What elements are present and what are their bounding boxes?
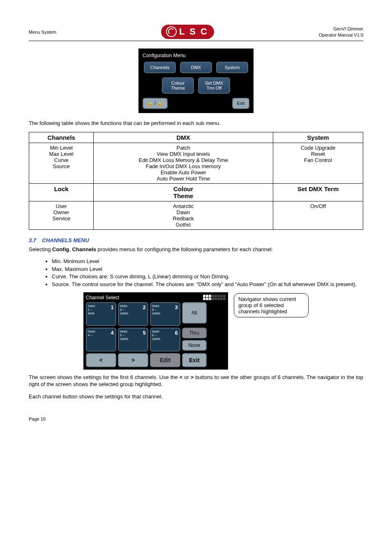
td-system: Code Upgrade Reset Fan Control: [273, 143, 363, 183]
t3-dmx: DMX:: [152, 304, 160, 308]
system-button[interactable]: System: [216, 62, 248, 73]
td-colour-theme: Antarctic Dawn Redback Gothic: [94, 201, 273, 229]
t1-dmx: DMX:: [88, 304, 96, 308]
td-dmx: Patch View DMX Input levels Edit DMX Los…: [94, 143, 273, 183]
section-title: CHANNELS MENU: [42, 237, 89, 243]
colour-theme-button[interactable]: Colour Theme: [162, 77, 194, 94]
logo-text: L S C: [179, 26, 208, 37]
t1-pct: 90%: [88, 312, 95, 315]
header-right: GenVI Dimmer Operator Manual V1.0: [319, 26, 363, 38]
t6-dmx: DMX:: [152, 330, 160, 333]
thru-button[interactable]: Thru: [182, 328, 207, 338]
all-button[interactable]: All: [182, 302, 207, 324]
td-channels: Min Level Max Level Curve Source: [29, 143, 94, 183]
t6-num: 6: [175, 330, 178, 336]
bullet-min: Min. Minimum Level: [52, 258, 363, 265]
p2d: Channels: [72, 246, 96, 252]
bullet-max: Max. Maximum Level: [52, 266, 363, 273]
section-heading: 3.7 CHANNELS MENU: [29, 237, 363, 243]
cfg-title: Configuration Menu: [143, 53, 249, 58]
t3-num: 3: [175, 304, 178, 310]
navigator-callout: Navigator shows current group of 6 selec…: [234, 293, 309, 317]
th-set-dmx-term: Set DMX Term: [273, 183, 363, 201]
lock-toggle-button[interactable]: 🔒 / 🔓: [143, 98, 168, 109]
t4-num: 4: [111, 330, 114, 336]
header-divider: [29, 41, 363, 41]
th-system: System: [273, 132, 363, 143]
ch-title: Channel Select: [86, 295, 119, 301]
bullet-curve: Curve. The choices are: S curve diming, …: [52, 273, 363, 280]
dmx-button[interactable]: DMX: [180, 62, 212, 73]
edit-button[interactable]: Edit: [150, 353, 180, 367]
t1-arrow: 1→: [88, 308, 93, 312]
t3-pct: 100%: [152, 312, 160, 315]
channels-button[interactable]: Channels: [144, 62, 176, 73]
header-right-line2: Operator Manual V1.0: [319, 32, 363, 38]
td-lock: User Owner Service: [29, 201, 94, 229]
configuration-menu: Configuration Menu Channels DMX System C…: [138, 49, 254, 113]
logo: L S C: [161, 25, 214, 39]
set-dmx-term-button[interactable]: Set DMX Trm Off: [198, 77, 230, 94]
page-footer: Page 10: [29, 416, 363, 421]
channel-tile-4[interactable]: DMX: 4 4→: [86, 328, 116, 352]
p2a: Selecting: [29, 246, 52, 252]
header-right-line1: GenVI Dimmer: [319, 26, 363, 32]
next-button[interactable]: >: [118, 353, 148, 367]
t5-pct: 100%: [120, 337, 128, 341]
channel-tile-5[interactable]: DMX: 5 5→ 100%: [118, 328, 148, 352]
channel-tile-2[interactable]: DMX: 2 2→ 100%: [118, 302, 148, 326]
t6-pct: 100%: [152, 337, 160, 341]
t2-pct: 100%: [120, 312, 128, 315]
t4-dmx: DMX:: [88, 330, 96, 333]
intro-paragraph: The following table shows the functions …: [29, 120, 363, 127]
none-button[interactable]: None: [182, 340, 207, 351]
channel-tile-3[interactable]: DMX: 3 3→ 100%: [150, 302, 180, 326]
t2-num: 2: [143, 304, 146, 310]
t6-arrow: 6→: [152, 333, 157, 337]
th-colour-theme: Colour Theme: [94, 183, 273, 201]
th-dmx: DMX: [94, 132, 273, 143]
para4: Each channel button shows the settings f…: [29, 393, 363, 400]
p2e: provides menus for configuring the follo…: [96, 246, 273, 252]
t2-arrow: 2→: [120, 308, 125, 312]
exit-button[interactable]: Exit: [232, 98, 249, 109]
th-channels: Channels: [29, 132, 94, 143]
t4-arrow: 4→: [88, 333, 93, 337]
t5-dmx: DMX:: [120, 330, 128, 333]
td-set-dmx-term: On/Off: [273, 201, 363, 229]
t3-arrow: 3→: [152, 308, 157, 312]
th-lock: Lock: [29, 183, 94, 201]
channels-menu-intro: Selecting Config, Channels provides menu…: [29, 246, 363, 253]
t1-num: 1: [111, 304, 114, 310]
navigator-icon: [203, 295, 226, 300]
p2b: Config: [52, 246, 69, 252]
channels-bullets: Min. Minimum Level Max. Maximum Level Cu…: [29, 258, 363, 288]
menu-table: Channels DMX System Min Level Max Level …: [29, 132, 363, 230]
para3: The screen shows the settings for the fi…: [29, 374, 363, 388]
exit-button-2[interactable]: Exit: [182, 353, 207, 367]
channel-tile-1[interactable]: DMX: 1 1→ 90%: [86, 302, 116, 326]
t2-dmx: DMX:: [120, 304, 128, 308]
t5-num: 5: [143, 330, 146, 336]
t5-arrow: 5→: [120, 333, 125, 337]
bullet-source: Source. The control source for the chann…: [52, 281, 363, 288]
channel-tile-6[interactable]: DMX: 6 6→ 100%: [150, 328, 180, 352]
channel-select-screen: Channel Select DMX: 1 1→ 90% DMX: 2 2→: [83, 292, 228, 370]
prev-button[interactable]: <: [86, 353, 116, 367]
section-num: 3.7: [29, 237, 36, 243]
header-left: Menu System: [29, 30, 56, 35]
